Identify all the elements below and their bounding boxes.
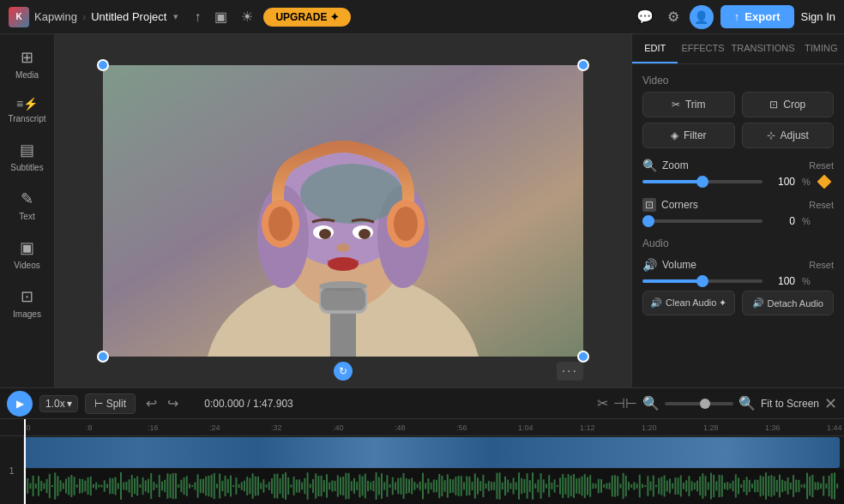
play-button[interactable]: ▶	[7, 391, 33, 417]
corners-header-row: ⊡ Corners Reset	[642, 198, 834, 212]
svg-rect-140	[340, 477, 341, 495]
user-icon-button[interactable]: 👤	[690, 5, 714, 29]
zoom-keyframe-icon[interactable]	[817, 175, 831, 189]
svg-rect-67	[139, 484, 141, 488]
video-frame[interactable]: ↻ ···	[103, 65, 583, 357]
corners-slider-row: 0 %	[642, 215, 834, 227]
svg-rect-291	[754, 480, 756, 493]
sidebar-item-text[interactable]: ✎ Text	[3, 183, 51, 228]
svg-rect-307	[798, 480, 799, 492]
sidebar-item-videos[interactable]: ▣ Videos	[3, 231, 51, 277]
svg-rect-166	[411, 478, 413, 495]
zoom-unit: %	[802, 177, 811, 187]
svg-rect-225	[573, 474, 575, 498]
corners-section: ⊡ Corners Reset 0 %	[642, 198, 834, 227]
zoom-slider[interactable]	[642, 180, 763, 183]
svg-rect-145	[353, 478, 355, 494]
upgrade-button[interactable]: UPGRADE ✦	[263, 8, 350, 27]
tab-effects[interactable]: EFFECTS	[678, 34, 727, 63]
svg-rect-312	[811, 475, 813, 497]
cut-icon-button[interactable]: ✂	[597, 395, 608, 411]
rotate-handle[interactable]: ↻	[334, 362, 353, 381]
sidebar-label-media: Media	[15, 70, 39, 80]
clean-audio-button[interactable]: 🔊 Clean Audio ✦	[642, 291, 735, 315]
svg-rect-280	[724, 483, 726, 489]
split-button[interactable]: ⊢ Split	[85, 393, 136, 414]
svg-rect-126	[301, 483, 303, 490]
svg-rect-292	[757, 480, 758, 493]
svg-point-12	[319, 229, 331, 239]
crop-button[interactable]: ⊡ Crop	[742, 92, 835, 117]
close-button[interactable]: ✕	[824, 394, 837, 413]
tab-edit[interactable]: EDIT	[632, 34, 678, 63]
trim-button[interactable]: ✂ Trim	[642, 92, 735, 117]
svg-rect-169	[419, 482, 421, 490]
redo-button[interactable]: ↪	[164, 393, 182, 413]
svg-rect-268	[691, 481, 693, 490]
svg-rect-89	[200, 479, 202, 493]
chevron-down-icon[interactable]: ▾	[173, 11, 178, 22]
filter-button[interactable]: ◈ Filter	[642, 123, 735, 148]
zoom-reset-button[interactable]: Reset	[809, 160, 834, 171]
signin-button[interactable]: Sign In	[801, 10, 835, 23]
sidebar-item-images[interactable]: ⊡ Images	[3, 280, 51, 326]
comments-button[interactable]: 💬	[633, 5, 657, 28]
svg-rect-150	[367, 481, 369, 491]
svg-rect-118	[280, 478, 281, 494]
sidebar-item-media[interactable]: ⊞ Media	[3, 41, 51, 87]
clip-1[interactable]	[25, 437, 840, 468]
volume-slider[interactable]	[642, 279, 763, 283]
corners-reset-button[interactable]: Reset	[809, 200, 834, 210]
fit-screen-button[interactable]: Fit to Screen	[761, 398, 819, 410]
tab-timing[interactable]: TIMING	[799, 34, 844, 63]
zoom-in-button[interactable]: 🔍	[738, 395, 756, 411]
track-clips	[24, 436, 844, 469]
svg-rect-227	[578, 478, 580, 495]
svg-rect-240	[614, 475, 616, 496]
share-button[interactable]: ↑	[190, 5, 204, 28]
ruler-mark: 1:12	[580, 423, 642, 432]
svg-rect-147	[359, 475, 360, 498]
svg-rect-108	[252, 473, 254, 499]
svg-rect-106	[246, 477, 248, 495]
undo-button[interactable]: ↩	[142, 393, 160, 413]
images-icon: ⊡	[21, 287, 33, 306]
tab-transitions[interactable]: TRANSITIONS	[728, 34, 799, 63]
screens-button[interactable]: ▣	[211, 5, 231, 28]
svg-rect-295	[765, 472, 767, 500]
settings-button[interactable]: ⚙	[664, 5, 683, 28]
sidebar-item-transcript[interactable]: ≡⚡ Transcript	[3, 90, 51, 130]
corner-handle-br[interactable]	[577, 351, 589, 363]
adjust-button[interactable]: ⊹ Adjust	[742, 123, 835, 148]
svg-rect-120	[285, 472, 286, 500]
corner-handle-tl[interactable]	[97, 59, 109, 71]
more-options-button[interactable]: ···	[557, 362, 583, 381]
corners-slider[interactable]	[642, 219, 763, 223]
theme-button[interactable]: ☀	[238, 5, 256, 28]
svg-rect-297	[770, 475, 772, 497]
svg-rect-290	[751, 483, 753, 488]
svg-rect-26	[27, 478, 28, 494]
svg-rect-294	[763, 477, 764, 495]
speed-selector[interactable]: 1.0x ▾	[39, 395, 78, 412]
corner-handle-bl[interactable]	[97, 351, 109, 363]
svg-rect-63	[129, 479, 130, 492]
svg-rect-257	[660, 477, 662, 495]
split-track-button[interactable]: ⊣⊢	[613, 395, 637, 411]
svg-rect-105	[244, 481, 245, 491]
ruler-mark: :24	[209, 423, 271, 432]
filter-icon: ◈	[671, 129, 678, 141]
zoom-out-button[interactable]: 🔍	[642, 395, 660, 411]
sidebar-item-subtitles[interactable]: ▤ Subtitles	[3, 134, 51, 179]
volume-reset-button[interactable]: Reset	[809, 260, 834, 270]
track-content[interactable]	[24, 436, 844, 504]
svg-rect-83	[184, 477, 185, 495]
svg-rect-204	[515, 483, 517, 490]
detach-audio-button[interactable]: 🔊 Detach Audio	[742, 291, 835, 315]
svg-rect-276	[713, 475, 714, 497]
ruler-mark: :16	[148, 423, 209, 432]
export-button[interactable]: ↑ Export	[720, 5, 794, 28]
zoom-timeline-slider[interactable]	[665, 402, 733, 405]
svg-rect-220	[559, 477, 561, 494]
corner-handle-tr[interactable]	[577, 59, 589, 71]
